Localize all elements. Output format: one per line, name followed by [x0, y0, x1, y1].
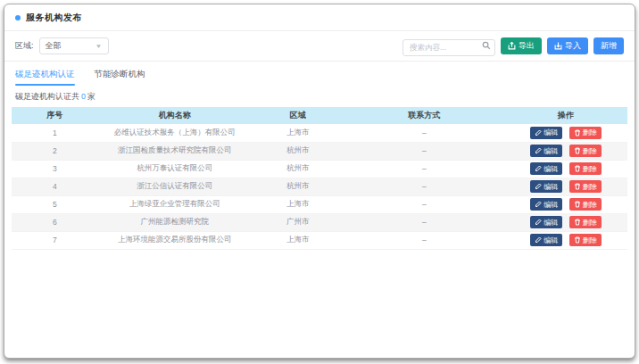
tab-carbon-footprint-cert[interactable]: 碳足迹机构认证 [15, 69, 75, 86]
cell-contact: – [344, 231, 504, 249]
chevron-down-icon: ▼ [95, 43, 103, 48]
table-row: 5 上海绿亚企业管理有限公司 上海市 – 编辑 删除 [12, 195, 627, 213]
col-header-region: 区域 [252, 107, 344, 124]
count-value: 0 [81, 92, 86, 101]
delete-icon [574, 219, 581, 226]
bullet-dot-icon [15, 15, 21, 21]
search-icon[interactable] [482, 41, 491, 50]
cell-contact: – [344, 142, 504, 160]
cell-no: 4 [12, 178, 98, 195]
tabs: 碳足迹机构认证 节能诊断机构 [4, 62, 635, 86]
delete-button[interactable]: 删除 [569, 198, 602, 211]
table-row: 2 浙江国检质量技术研究院有限公司 杭州市 – 编辑 删除 [12, 142, 627, 160]
cell-contact: – [344, 178, 504, 195]
delete-button[interactable]: 删除 [569, 234, 602, 246]
cell-org-name: 上海绿亚企业管理有限公司 [98, 195, 253, 213]
cell-actions: 编辑 删除 [504, 160, 627, 178]
cell-no: 6 [12, 213, 98, 231]
tab-energy-diagnosis[interactable]: 节能诊断机构 [95, 69, 145, 86]
table-row: 4 浙江公信认证有限公司 杭州市 – 编辑 删除 [12, 178, 627, 195]
cell-region: 杭州市 [252, 142, 344, 160]
edit-button[interactable]: 编辑 [530, 180, 562, 193]
cell-org-name: 必维认证技术服务（上海）有限公司 [98, 124, 253, 142]
cell-region: 上海市 [252, 195, 344, 213]
region-select[interactable]: 全部 ▼ [39, 37, 109, 54]
edit-icon [535, 129, 542, 136]
cell-contact: – [344, 124, 504, 142]
edit-icon [535, 147, 542, 154]
delete-icon [574, 165, 581, 172]
table-row: 3 杭州万泰认证有限公司 杭州市 – 编辑 删除 [12, 160, 627, 178]
delete-button[interactable]: 删除 [569, 216, 602, 228]
import-button[interactable]: 导入 [547, 37, 588, 54]
cell-org-name: 浙江公信认证有限公司 [98, 178, 253, 195]
cell-contact: – [344, 213, 504, 231]
cell-contact: – [344, 160, 504, 178]
add-button[interactable]: 新增 [593, 37, 624, 54]
org-table-wrap: 序号 机构名称 区域 联系方式 操作 1 必维认证技术服务（上海）有限公司 上海… [4, 107, 635, 250]
cell-region: 广州市 [252, 213, 344, 231]
cell-no: 7 [12, 231, 98, 249]
col-header-name: 机构名称 [98, 107, 253, 124]
cell-contact: – [344, 195, 504, 213]
delete-icon [574, 183, 581, 190]
edit-icon [535, 219, 542, 226]
delete-icon [574, 201, 581, 208]
main-panel: 服务机构发布 区域: 全部 ▼ 导出 导入 新增 [4, 4, 635, 359]
cell-org-name: 上海环境能源交易所股份有限公司 [98, 231, 253, 249]
delete-icon [574, 147, 581, 154]
org-table: 序号 机构名称 区域 联系方式 操作 1 必维认证技术服务（上海）有限公司 上海… [12, 107, 627, 250]
result-count: 碳足迹机构认证共0家 [4, 86, 635, 107]
import-icon [554, 42, 562, 50]
delete-icon [574, 129, 581, 136]
cell-no: 2 [12, 142, 98, 160]
table-row: 1 必维认证技术服务（上海）有限公司 上海市 – 编辑 删除 [12, 124, 627, 142]
edit-icon [535, 183, 542, 190]
delete-button[interactable]: 删除 [569, 162, 602, 175]
edit-button[interactable]: 编辑 [530, 198, 562, 211]
cell-actions: 编辑 删除 [504, 231, 627, 249]
cell-region: 杭州市 [252, 178, 344, 195]
table-row: 6 广州能源检测研究院 广州市 – 编辑 删除 [12, 213, 627, 231]
edit-icon [535, 165, 542, 172]
cell-region: 上海市 [252, 124, 344, 142]
table-header-row: 序号 机构名称 区域 联系方式 操作 [12, 107, 627, 124]
cell-no: 3 [12, 160, 98, 178]
col-header-contact: 联系方式 [344, 107, 504, 124]
edit-button[interactable]: 编辑 [530, 145, 562, 157]
cell-region: 杭州市 [252, 160, 344, 178]
cell-actions: 编辑 删除 [504, 195, 627, 213]
edit-icon [535, 201, 542, 208]
edit-button[interactable]: 编辑 [530, 234, 562, 246]
page-header: 服务机构发布 [4, 4, 635, 31]
cell-org-name: 广州能源检测研究院 [98, 213, 253, 231]
search-box [402, 37, 495, 54]
edit-icon [535, 236, 542, 244]
region-filter-label: 区域: [15, 40, 34, 52]
cell-actions: 编辑 删除 [504, 213, 627, 231]
page-title: 服务机构发布 [26, 12, 82, 24]
cell-actions: 编辑 删除 [504, 124, 627, 142]
cell-region: 上海市 [252, 231, 344, 249]
delete-button[interactable]: 删除 [569, 145, 602, 157]
filter-toolbar: 区域: 全部 ▼ 导出 导入 新增 [4, 31, 635, 62]
col-header-actions: 操作 [504, 107, 627, 124]
cell-actions: 编辑 删除 [504, 178, 627, 195]
cell-org-name: 杭州万泰认证有限公司 [98, 160, 253, 178]
table-row: 7 上海环境能源交易所股份有限公司 上海市 – 编辑 删除 [12, 231, 627, 249]
col-header-no: 序号 [12, 107, 98, 124]
region-select-value: 全部 [46, 40, 62, 52]
edit-button[interactable]: 编辑 [530, 127, 562, 139]
cell-no: 5 [12, 195, 98, 213]
delete-button[interactable]: 删除 [569, 180, 602, 193]
cell-actions: 编辑 删除 [504, 142, 627, 160]
export-button[interactable]: 导出 [501, 37, 542, 54]
cell-no: 1 [12, 124, 98, 142]
delete-button[interactable]: 删除 [569, 127, 602, 139]
delete-icon [574, 236, 581, 244]
edit-button[interactable]: 编辑 [530, 216, 562, 228]
edit-button[interactable]: 编辑 [530, 162, 562, 175]
export-icon [508, 42, 516, 50]
cell-org-name: 浙江国检质量技术研究院有限公司 [98, 142, 253, 160]
